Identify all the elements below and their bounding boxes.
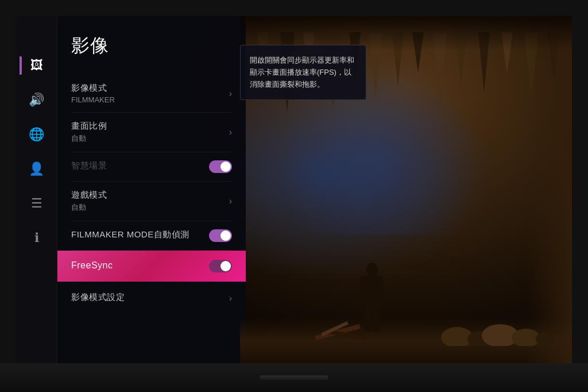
tv-bottom-bezel xyxy=(0,363,588,392)
tv-frame: 🖼 🔊 🌐 👤 ☰ ℹ 影像 影像模式 xyxy=(0,0,588,392)
menu-title: 影像 xyxy=(71,33,232,59)
smart-scene-toggle-knob xyxy=(220,162,231,172)
picture-mode-sub: FILMMAKER xyxy=(71,95,229,104)
planks-svg xyxy=(315,318,384,341)
info-icon: ℹ xyxy=(34,230,39,245)
menu-item-content-picture-mode: 影像模式 FILMMAKER xyxy=(71,83,229,104)
menu-item-filmmaker-auto[interactable]: FILMMAKER MODE自動偵測 xyxy=(71,221,232,251)
picture-settings-arrow: › xyxy=(229,293,232,303)
menu-item-freesync[interactable]: FreeSync xyxy=(57,251,246,282)
game-mode-arrow: › xyxy=(229,196,232,206)
smart-scene-toggle[interactable] xyxy=(209,160,232,173)
sidebar-item-network[interactable]: 🌐 xyxy=(22,120,52,149)
picture-settings-title: 影像模式設定 xyxy=(71,292,229,303)
tooltip-text: 開啟開關會同步顯示器更新率和顯示卡畫面播放速率(FPS)，以消除畫面撕裂和拖影。 xyxy=(250,55,357,90)
menu-item-aspect-ratio[interactable]: 畫面比例 自動 › xyxy=(71,113,232,152)
network-icon: 🌐 xyxy=(29,127,44,142)
rocks-svg xyxy=(440,306,555,346)
menu-item-content-aspect-ratio: 畫面比例 自動 xyxy=(71,121,229,144)
aspect-ratio-sub: 自動 xyxy=(71,133,229,144)
general-icon: ☰ xyxy=(31,196,42,211)
sidebar: 🖼 🔊 🌐 👤 ☰ ℹ xyxy=(16,16,57,363)
freesync-title: FreeSync xyxy=(71,260,209,271)
picture-mode-arrow: › xyxy=(229,89,232,99)
menu-item-content-smart-scene: 智慧場景 xyxy=(71,160,209,173)
picture-mode-title: 影像模式 xyxy=(71,83,229,94)
freesync-toggle-knob xyxy=(220,261,231,271)
menu-item-content-picture-settings: 影像模式設定 xyxy=(71,292,229,305)
account-icon: 👤 xyxy=(29,162,44,176)
menu-item-smart-scene[interactable]: 智慧場景 xyxy=(71,152,232,182)
image-icon: 🖼 xyxy=(30,58,43,73)
filmmaker-auto-toggle-knob xyxy=(220,230,231,241)
menu-item-game-mode[interactable]: 遊戲模式 自動 › xyxy=(71,182,232,221)
game-mode-sub: 自動 xyxy=(71,202,229,213)
sidebar-item-image[interactable]: 🖼 xyxy=(22,51,52,80)
sound-icon: 🔊 xyxy=(29,93,44,107)
screen: 🖼 🔊 🌐 👤 ☰ ℹ 影像 影像模式 xyxy=(16,16,572,363)
aspect-ratio-arrow: › xyxy=(229,127,232,137)
sidebar-item-info[interactable]: ℹ xyxy=(22,223,52,253)
svg-point-16 xyxy=(366,263,378,276)
sidebar-item-general[interactable]: ☰ xyxy=(22,189,52,218)
tv-stand-base xyxy=(260,375,328,380)
menu-item-picture-settings[interactable]: 影像模式設定 › xyxy=(71,284,232,313)
svg-rect-19 xyxy=(378,276,384,297)
aspect-ratio-title: 畫面比例 xyxy=(71,121,229,132)
filmmaker-auto-toggle[interactable] xyxy=(209,229,232,242)
smart-scene-title: 智慧場景 xyxy=(71,160,209,171)
menu-item-content-freesync: FreeSync xyxy=(71,260,209,272)
menu-item-picture-mode[interactable]: 影像模式 FILMMAKER › xyxy=(71,75,232,113)
sidebar-item-sound[interactable]: 🔊 xyxy=(22,85,52,115)
menu-panel: 影像 影像模式 FILMMAKER › 畫面比例 自動 › xyxy=(57,16,246,363)
sidebar-item-account[interactable]: 👤 xyxy=(22,154,52,184)
menu-item-content-filmmaker-auto: FILMMAKER MODE自動偵測 xyxy=(71,229,209,242)
menu-item-content-game-mode: 遊戲模式 自動 xyxy=(71,190,229,213)
svg-rect-18 xyxy=(361,276,366,297)
freesync-tooltip: 開啟開關會同步顯示器更新率和顯示卡畫面播放速率(FPS)，以消除畫面撕裂和拖影。 xyxy=(240,45,366,100)
freesync-toggle[interactable] xyxy=(209,260,232,272)
game-mode-title: 遊戲模式 xyxy=(71,190,229,201)
filmmaker-auto-title: FILMMAKER MODE自動偵測 xyxy=(71,229,209,240)
